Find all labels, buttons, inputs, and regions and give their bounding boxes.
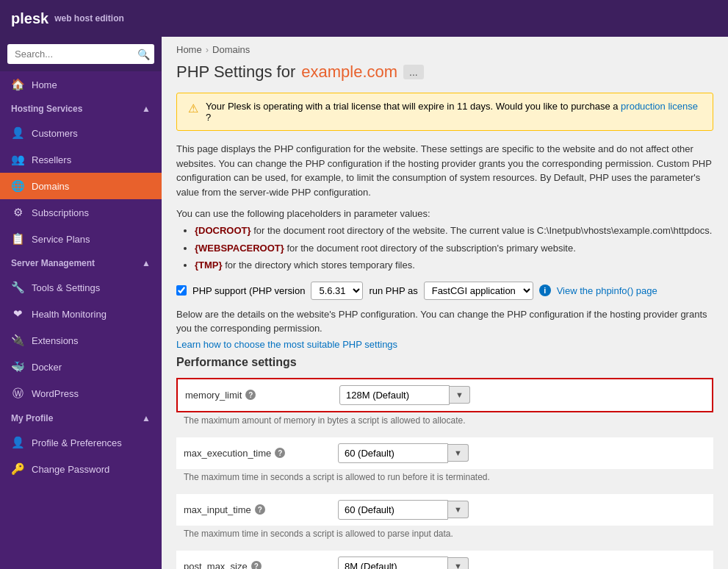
sidebar-item-profile-preferences[interactable]: 👤 Profile & Preferences [0, 429, 162, 456]
sidebar-item-tools-settings[interactable]: 🔧 Tools & Settings [0, 274, 162, 301]
profile-items: 👤 Profile & Preferences 🔑 Change Passwor… [0, 429, 162, 482]
sidebar-item-extensions[interactable]: 🔌 Extensions [0, 327, 162, 354]
health-label: Health Monitoring [32, 309, 107, 320]
subscriptions-label: Subscriptions [32, 207, 89, 218]
change-password-label: Change Password [32, 464, 109, 475]
page-title: PHP Settings for example.com ... [176, 62, 713, 82]
help-icon-max-execution-time[interactable]: ? [275, 448, 285, 458]
help-icon-max-input-time[interactable]: ? [255, 504, 265, 515]
docker-label: Docker [32, 362, 62, 373]
php-support-label: PHP support (PHP version [192, 285, 305, 296]
memory-limit-select[interactable]: 128M (Default) [339, 385, 450, 405]
customers-label: Customers [32, 128, 78, 139]
config-note: Below are the details on the website's P… [176, 307, 713, 336]
breadcrumb: Home › Domains [162, 37, 728, 62]
run-mode-select[interactable]: FastCGI application [424, 282, 533, 300]
php-support-row: PHP support (PHP version 5.6.31 run PHP … [176, 282, 713, 300]
page-description: This page displays the PHP configuration… [176, 142, 713, 199]
php-version-select[interactable]: 5.6.31 [311, 282, 363, 300]
info-icon: i [539, 284, 551, 296]
max-input-time-select[interactable]: 60 (Default) [338, 500, 448, 520]
settings-fields: memory_limit ? 128M (Default) ▼ The maxi… [176, 378, 713, 570]
post-max-size-select[interactable]: 8M (Default) [338, 557, 448, 570]
field-control-memory-limit: 128M (Default) ▼ [339, 385, 470, 405]
sidebar-item-change-password[interactable]: 🔑 Change Password [0, 456, 162, 482]
run-as-label: run PHP as [369, 285, 417, 296]
extensions-icon: 🔌 [11, 334, 24, 347]
domains-label: Domains [32, 181, 69, 192]
search-button[interactable]: 🔍 [137, 49, 150, 60]
server-items: 🔧 Tools & Settings ❤ Health Monitoring 🔌… [0, 274, 162, 407]
help-icon-memory-limit[interactable]: ? [245, 390, 256, 400]
field-max-input-time: max_input_time ? 60 (Default) ▼ [176, 494, 713, 526]
alert-icon: ⚠ [188, 101, 198, 115]
help-icon-post-max-size[interactable]: ? [251, 561, 262, 569]
field-name-max-execution-time: max_execution_time ? [184, 448, 331, 459]
myprofile-section-label: My Profile [11, 413, 53, 423]
extensions-label: Extensions [32, 335, 79, 346]
sidebar-item-customers[interactable]: 👤 Customers [0, 120, 162, 146]
breadcrumb-domains[interactable]: Domains [212, 44, 250, 55]
search-box: 🔍 [0, 37, 162, 71]
placeholders-list: {DOCROOT} for the document root director… [176, 223, 713, 273]
php-support-checkbox[interactable] [176, 285, 187, 296]
hosting-collapse-icon: ▲ [142, 104, 151, 114]
alert-banner: ⚠ Your Plesk is operating with a trial l… [176, 93, 713, 131]
sidebar-item-wordpress[interactable]: Ⓦ WordPress [0, 380, 162, 407]
profile-icon: 👤 [11, 436, 24, 449]
config-link[interactable]: Learn how to choose the most suitable PH… [176, 339, 397, 350]
sidebar-section-server[interactable]: Server Management ▲ [0, 252, 162, 274]
field-row-post-max-size: post_max_size ? 8M (Default) ▼ The maxim… [176, 551, 713, 570]
docker-icon: 🐳 [11, 360, 24, 373]
password-icon: 🔑 [11, 462, 24, 476]
max-execution-time-arrow[interactable]: ▼ [448, 444, 469, 462]
sidebar-section-hosting[interactable]: Hosting Services ▲ [0, 98, 162, 120]
logo-subtitle: web host edition [54, 13, 124, 24]
field-max-execution-time: max_execution_time ? 60 (Default) ▼ [176, 437, 713, 469]
page-title-prefix: PHP Settings for [176, 62, 295, 82]
service-plans-label: Service Plans [32, 234, 90, 245]
perf-settings-title: Performance settings [176, 356, 713, 369]
max-input-time-arrow[interactable]: ▼ [448, 501, 469, 518]
server-collapse-icon: ▲ [142, 258, 151, 268]
placeholders-section: You can use the following placeholders i… [176, 208, 713, 273]
sidebar-item-domains[interactable]: 🌐 Domains [0, 173, 162, 199]
sidebar-item-home[interactable]: 🏠 Home [0, 71, 162, 98]
sidebar-item-health-monitoring[interactable]: ❤ Health Monitoring [0, 301, 162, 327]
sidebar-item-subscriptions[interactable]: ⚙ Subscriptions [0, 199, 162, 226]
field-desc-max-input-time: The maximum time in seconds a script is … [176, 526, 713, 545]
field-post-max-size: post_max_size ? 8M (Default) ▼ [176, 551, 713, 570]
field-row-max-execution-time: max_execution_time ? 60 (Default) ▼ The … [176, 437, 713, 488]
sidebar-section-myprofile[interactable]: My Profile ▲ [0, 407, 162, 429]
memory-limit-arrow[interactable]: ▼ [450, 386, 470, 404]
field-label-post-max-size: post_max_size [184, 561, 248, 570]
server-section-label: Server Management [11, 258, 95, 268]
alert-text-after: ? [206, 112, 211, 123]
alert-text: Your Plesk is operating with a trial lic… [206, 101, 702, 123]
subscriptions-icon: ⚙ [11, 206, 24, 219]
tools-icon: 🔧 [11, 281, 24, 294]
placeholder-webspaceroot: {WEBSPACEROOT} for the document root dir… [195, 241, 713, 256]
field-label-max-execution-time: max_execution_time [184, 448, 271, 459]
post-max-size-arrow[interactable]: ▼ [448, 557, 469, 569]
sidebar-item-service-plans[interactable]: 📋 Service Plans [0, 226, 162, 252]
search-input[interactable] [7, 44, 154, 64]
hosting-items: 👤 Customers 👥 Resellers 🌐 Domains ⚙ Subs… [0, 120, 162, 252]
sidebar: 🔍 🏠 Home Hosting Services ▲ 👤 Customers … [0, 37, 162, 569]
field-row-memory-limit: memory_limit ? 128M (Default) ▼ The maxi… [176, 378, 713, 432]
phpinfo-link[interactable]: View the phpinfo() page [557, 285, 657, 296]
main-content: Home › Domains PHP Settings for example.… [162, 37, 728, 569]
field-row-max-input-time: max_input_time ? 60 (Default) ▼ The maxi… [176, 494, 713, 545]
max-execution-time-select[interactable]: 60 (Default) [338, 443, 448, 463]
wordpress-icon: Ⓦ [11, 387, 24, 401]
profile-preferences-label: Profile & Preferences [32, 437, 122, 448]
resellers-label: Resellers [32, 154, 71, 165]
more-options-button[interactable]: ... [403, 65, 424, 79]
production-license-link[interactable]: production license [621, 101, 698, 112]
sidebar-item-docker[interactable]: 🐳 Docker [0, 354, 162, 380]
field-memory-limit: memory_limit ? 128M (Default) ▼ [176, 378, 713, 412]
sidebar-item-resellers[interactable]: 👥 Resellers [0, 146, 162, 173]
home-icon: 🏠 [11, 78, 24, 91]
breadcrumb-home[interactable]: Home [176, 44, 202, 55]
domains-icon: 🌐 [11, 179, 24, 193]
